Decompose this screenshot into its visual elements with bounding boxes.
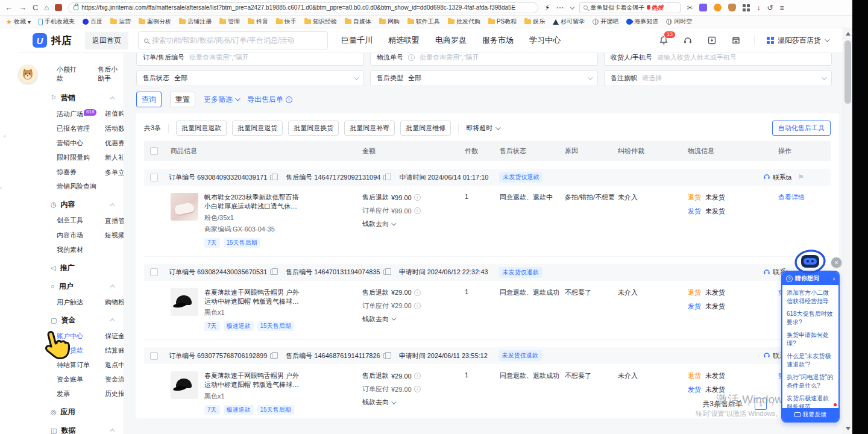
sidebar-item-售后小助手[interactable]: 售后小助手 bbox=[98, 65, 124, 83]
apps-grid-icon[interactable] bbox=[743, 4, 750, 11]
assistant-question[interactable]: 发货后极速退款服务规范 bbox=[787, 394, 834, 408]
app-search-input[interactable]: 搜索功能/帮助/数据/商品/订单/平台消息/活动 bbox=[138, 31, 328, 49]
aftersale-status-select[interactable]: 售后状态 全部 bbox=[136, 70, 364, 86]
assistant-robot-icon[interactable] bbox=[793, 248, 827, 275]
assistant-question[interactable]: 什么是"未发货极速退款"? bbox=[787, 352, 834, 368]
page-scrollbar[interactable] bbox=[843, 28, 852, 434]
sidebar-section-应用[interactable]: ◎应用 bbox=[51, 407, 124, 417]
logistics-tag[interactable]: 退货 bbox=[688, 288, 701, 297]
assistant-question[interactable]: 换货申请如何处理? bbox=[787, 331, 834, 347]
info-icon[interactable]: i bbox=[414, 194, 421, 201]
assistant-question[interactable]: 添加官方小二微信获得经营指导 bbox=[787, 289, 834, 305]
product-title[interactable]: 帆布鞋女2023秋季新款低帮百搭小白鞋厚底运动鞋浅口透气休闲… bbox=[204, 193, 301, 211]
money-flow-link[interactable]: 钱款去向 bbox=[362, 315, 465, 324]
address-bar[interactable]: https://fxg.jinritemai.com/ffa/maftersal… bbox=[68, 2, 538, 13]
copy-icon[interactable] bbox=[270, 269, 275, 275]
more-dots-icon[interactable]: ⋯ bbox=[556, 4, 564, 11]
sidebar-section-内容[interactable]: ◷内容 bbox=[51, 200, 124, 210]
sidebar-item-待结算订单[interactable]: 待结算订单 bbox=[57, 360, 105, 370]
logistics-tag[interactable]: 退货 bbox=[688, 371, 701, 380]
row-checkbox[interactable] bbox=[150, 174, 158, 181]
view-detail-link[interactable]: 查看详情 bbox=[778, 193, 831, 202]
sidebar-item-营销中心[interactable]: 营销中心 bbox=[57, 139, 105, 148]
product-title[interactable]: 春夏薄款速干网眼鸭舌帽男 户外运动中标遮阳帽 韩版透气棒球帽女 bbox=[204, 288, 301, 306]
sidebar-item-结算账单[interactable]: 结算账单 bbox=[105, 346, 124, 355]
sidebar-item-返点中心[interactable]: 返点中心 bbox=[105, 360, 124, 370]
product-tag-极速退款[interactable]: 极速退款 bbox=[224, 405, 254, 415]
logistics-tag[interactable]: 发货 bbox=[688, 207, 701, 216]
next-page-icon[interactable]: › bbox=[772, 400, 774, 408]
scissors-icon[interactable]: ✂ bbox=[687, 4, 693, 12]
sidebar-item-我的素材[interactable]: 我的素材 bbox=[57, 245, 105, 254]
product-tag-15天售后期[interactable]: 15天售后期 bbox=[257, 321, 294, 331]
sidebar-item-活动广场[interactable]: 活动广场618 bbox=[57, 109, 105, 119]
sidebar-item-小额打款[interactable]: 小额打款 bbox=[57, 65, 77, 83]
logistics-tag[interactable]: 退货 bbox=[688, 193, 701, 202]
product-tag-15天售后期[interactable]: 15天售后期 bbox=[257, 405, 294, 415]
sidebar-item-用户触达[interactable]: 用户触达 bbox=[57, 298, 105, 307]
top-nav-link[interactable]: 精选联盟 bbox=[388, 35, 420, 46]
sidebar-item-发票[interactable]: 发票 bbox=[57, 389, 105, 398]
shop-switcher[interactable]: 温阳莎百店货 bbox=[767, 36, 828, 46]
row-checkbox[interactable] bbox=[150, 268, 158, 276]
sidebar-item-已报名管理[interactable]: 已报名管理 bbox=[57, 124, 105, 133]
product-tag-7天[interactable]: 7天 bbox=[204, 238, 220, 248]
game-extension-icon[interactable] bbox=[714, 4, 722, 11]
sidebar-item-惊喜券[interactable]: 惊喜券 bbox=[57, 168, 105, 177]
more-filters-link[interactable]: 更多筛选 bbox=[204, 95, 239, 105]
order-no-filter[interactable]: 订单/售后编号 批量查询需用","隔开 bbox=[136, 53, 364, 66]
sidebar-item-多单立减[interactable]: 多单立减NEW bbox=[105, 168, 124, 177]
scrollbar-thumb[interactable] bbox=[844, 40, 851, 104]
reset-button[interactable]: 重置 bbox=[170, 92, 195, 107]
scroll-up-icon[interactable] bbox=[846, 32, 851, 36]
bookmark-item[interactable]: 百度 bbox=[83, 17, 102, 26]
top-nav-link[interactable]: 服务市场 bbox=[482, 35, 514, 46]
auto-aftersale-tool-button[interactable]: 自动化售后工具 bbox=[772, 121, 831, 136]
receiver-filter[interactable]: 收货人/手机号 请输入收货人姓名或手机号 bbox=[604, 53, 832, 66]
assistant-question[interactable]: 执行"闪电退货"的条件是什么? bbox=[787, 373, 834, 389]
money-flow-link[interactable]: 钱款去向 bbox=[362, 398, 465, 407]
douyin-shop-logo-icon[interactable]: U bbox=[33, 33, 47, 48]
close-icon[interactable]: ✕ bbox=[831, 257, 841, 268]
bookmark-item[interactable]: 运营 bbox=[110, 17, 131, 26]
bookmark-item[interactable]: 手机收藏夹 bbox=[39, 17, 75, 26]
reload-icon[interactable]: C bbox=[33, 4, 38, 11]
headset-icon[interactable] bbox=[682, 34, 694, 46]
bookmark-item[interactable]: PS教程 bbox=[488, 17, 517, 26]
copy-icon[interactable] bbox=[270, 175, 275, 180]
sidebar-section-推广[interactable]: ◁推广 bbox=[51, 263, 124, 273]
timeout-filter[interactable]: 即将超时 bbox=[466, 124, 499, 133]
sidebar-item-资金账单[interactable]: 资金账单 bbox=[57, 375, 105, 384]
product-tag-极速退款[interactable]: 极速退款 bbox=[224, 321, 254, 331]
sidebar-item-超值购竞价[interactable]: 超值购竞价 bbox=[105, 109, 124, 119]
chevron-down-icon[interactable] bbox=[570, 4, 575, 9]
page-number[interactable]: 1 bbox=[755, 398, 767, 410]
product-title[interactable]: 春夏薄款速干网眼鸭舌帽男 户外运动中标遮阳帽 韩版透气棒球帽女 bbox=[204, 371, 301, 389]
home-icon[interactable]: ⌂ bbox=[44, 4, 49, 11]
dog-extension-icon[interactable] bbox=[728, 4, 736, 11]
sidebar-item-历史报表[interactable]: 历史报表 bbox=[105, 389, 124, 398]
extension-icon[interactable] bbox=[55, 4, 62, 11]
tracking-no-filter[interactable]: 物流单号 i 批量查询需用","隔开 bbox=[370, 53, 598, 66]
bookmark-item[interactable]: 海豚知道 bbox=[626, 17, 658, 26]
history-icon[interactable]: ↺ bbox=[767, 4, 773, 12]
product-tag-7天[interactable]: 7天 bbox=[204, 405, 220, 415]
sidebar-item-直播管理[interactable]: 直播管理NEW bbox=[105, 216, 124, 225]
sidebar-section-用户[interactable]: ○用户 bbox=[51, 281, 124, 292]
lightning-icon[interactable]: ⚡ bbox=[544, 4, 550, 11]
product-tag-15天售后期[interactable]: 15天售后期 bbox=[224, 238, 260, 248]
bookmark-item[interactable]: 娱乐 bbox=[524, 17, 545, 26]
sidebar-item-保证金账户[interactable]: 保证金账户 bbox=[105, 332, 124, 341]
shop-icon[interactable] bbox=[730, 34, 742, 46]
back-home-button[interactable]: 返回首页 bbox=[85, 32, 128, 49]
bookmark-item[interactable]: 管理 bbox=[219, 17, 240, 26]
bookmark-item[interactable]: 店铺注册 bbox=[179, 17, 212, 26]
sidebar-section-营销[interactable]: ⚐营销 bbox=[51, 93, 124, 103]
browser-search-box[interactable]: 章鱼疑似卡着金镯子 热搜 bbox=[579, 2, 681, 13]
info-icon[interactable]: i bbox=[414, 373, 421, 379]
flag-icon[interactable]: ⚑ bbox=[797, 173, 804, 181]
sidebar-item-购物粉丝团[interactable]: 购物粉丝团 bbox=[105, 298, 124, 307]
aftersale-type-select[interactable]: 售后类型 全部 bbox=[370, 70, 598, 86]
sidebar-item-限时限量购[interactable]: 限时限量购 bbox=[57, 153, 105, 162]
batch-button-批量同意维修[interactable]: 批量同意维修 bbox=[400, 121, 451, 136]
